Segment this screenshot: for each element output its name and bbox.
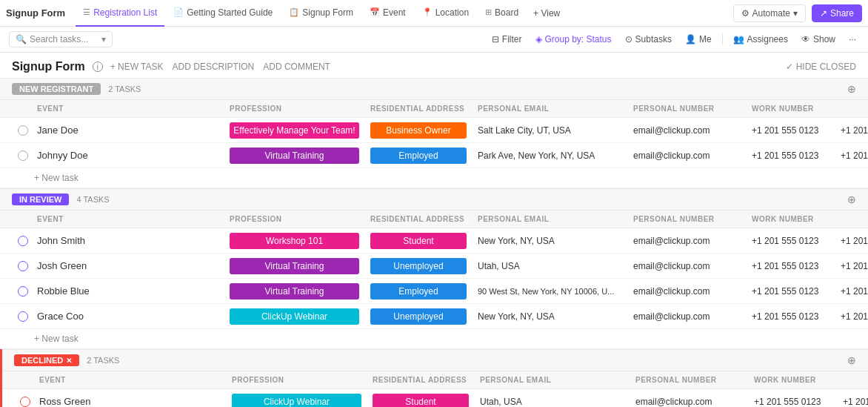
more-options-button[interactable]: ··· xyxy=(846,33,859,46)
search-box[interactable]: 🔍 Search tasks... ▾ xyxy=(9,31,113,47)
row-profession: Employed xyxy=(367,280,475,302)
app-title: Signup Form xyxy=(6,7,65,19)
group-new-registrant-badge: NEW REGISTRANT xyxy=(12,83,101,95)
col-email-header: PERSONAL EMAIL xyxy=(475,214,630,225)
add-description-button[interactable]: ADD DESCRIPTION xyxy=(173,62,255,72)
row-work-number: +1 201 555 012: xyxy=(838,308,868,325)
col-actions-header xyxy=(840,374,868,386)
row-checkbox[interactable] xyxy=(12,283,34,300)
tab-board[interactable]: ⊞ Board xyxy=(478,0,526,27)
add-comment-button[interactable]: ADD COMMENT xyxy=(263,62,330,72)
event-badge: Virtual Training xyxy=(230,258,359,274)
row-profession: Student xyxy=(370,391,477,408)
col-email-header: PERSONAL EMAIL xyxy=(475,103,630,114)
row-work-number: +1 201 555 012: xyxy=(840,394,868,408)
row-checkbox[interactable] xyxy=(12,258,34,274)
row-checkbox[interactable] xyxy=(14,394,36,408)
add-view-button[interactable]: + View xyxy=(527,8,566,19)
assignees-label: Assignees xyxy=(747,34,788,44)
row-address: Salt Lake City, UT, USA xyxy=(475,122,630,139)
table-row: Ross Green ClickUp Webinar Student Utah,… xyxy=(2,389,868,407)
group-by-button[interactable]: ◈ Group by: Status xyxy=(533,33,615,46)
row-address: New York, NY, USA xyxy=(475,308,630,325)
event-badge: Virtual Training xyxy=(230,148,359,164)
row-event: Workshop 101 xyxy=(227,230,367,252)
tab-signup-form[interactable]: 📋 Signup Form xyxy=(281,0,361,27)
tab-signup-form-label: Signup Form xyxy=(302,7,353,18)
row-name: Josh Green xyxy=(34,257,227,274)
search-chevron-icon: ▾ xyxy=(101,34,106,44)
table-container: NEW REGISTRANT 2 TASKS ⊕ EVENT PROFESSIO… xyxy=(0,78,868,407)
col-work-number-header: WORK NUMBER xyxy=(749,103,838,114)
checkbox-circle xyxy=(18,150,28,161)
row-address: New York, NY, USA xyxy=(475,233,630,249)
row-personal-number: +1 201 555 0123 xyxy=(751,394,840,408)
new-task-row[interactable]: + New task xyxy=(0,329,868,349)
nav-right: ⚙ Automate ▾ ↗ Share xyxy=(733,4,862,22)
col-profession-header: PROFESSION xyxy=(227,103,367,114)
doc-icon: 📄 xyxy=(173,7,184,17)
filter-button[interactable]: ⊟ Filter xyxy=(489,33,525,46)
row-name: Ross Green xyxy=(36,393,229,407)
tab-getting-started[interactable]: 📄 Getting Started Guide xyxy=(166,0,280,27)
info-icon: i xyxy=(93,62,103,72)
group-in-review-count: 4 TASKS xyxy=(76,195,109,204)
plus-view-label: + View xyxy=(533,8,560,19)
group-by-label: Group by: Status xyxy=(545,34,612,44)
col-personal-number-header: PERSONAL NUMBER xyxy=(630,214,749,225)
assignees-button[interactable]: 👥 Assignees xyxy=(730,33,791,46)
tab-event[interactable]: 📅 Event xyxy=(362,0,413,27)
me-button[interactable]: 👤 Me xyxy=(682,33,715,46)
col-event-header: EVENT xyxy=(34,103,227,114)
tab-registration-list-label: Registration List xyxy=(93,7,157,18)
table-row: Johnyy Doe Virtual Training Employed Par… xyxy=(0,143,868,168)
row-profession: Student xyxy=(367,230,475,252)
row-checkbox[interactable] xyxy=(12,233,34,249)
show-button[interactable]: 👁 Show xyxy=(798,33,838,46)
page-title: Signup Form xyxy=(12,60,85,73)
col-checkbox-header xyxy=(14,374,36,386)
me-icon: 👤 xyxy=(685,34,696,44)
group-add-icon[interactable]: ⊕ xyxy=(847,193,856,205)
row-personal-number: +1 201 555 0123 xyxy=(749,233,838,249)
row-personal-number: +1 201 555 0123 xyxy=(749,258,838,274)
subtasks-button[interactable]: ⊙ Subtasks xyxy=(622,33,675,46)
profession-badge: Business Owner xyxy=(370,122,467,139)
row-checkbox[interactable] xyxy=(12,148,34,164)
tab-location[interactable]: 📍 Location xyxy=(415,0,476,27)
table-row: Josh Green Virtual Training Unemployed U… xyxy=(0,254,868,279)
row-email: email@clickup.com xyxy=(630,308,749,325)
new-task-button[interactable]: + NEW TASK xyxy=(110,62,164,72)
hide-closed-button[interactable]: ✓ HIDE CLOSED xyxy=(786,62,856,72)
share-button[interactable]: ↗ Share xyxy=(812,4,862,22)
col-headers-in-review: EVENT PROFESSION RESIDENTIAL ADDRESS PER… xyxy=(0,211,868,228)
event-badge: Effectively Manage Your Team! xyxy=(230,122,359,139)
row-address: Utah, USA xyxy=(475,258,630,274)
row-checkbox[interactable] xyxy=(12,308,34,325)
show-label: Show xyxy=(813,34,835,44)
col-headers-declined: EVENT PROFESSION RESIDENTIAL ADDRESS PER… xyxy=(2,371,868,389)
tab-registration-list[interactable]: ☰ Registration List xyxy=(76,0,164,27)
col-address-header: RESIDENTIAL ADDRESS xyxy=(370,374,477,386)
col-headers-new-registrant: EVENT PROFESSION RESIDENTIAL ADDRESS PER… xyxy=(0,100,868,118)
subtasks-icon: ⊙ xyxy=(625,34,632,44)
col-address-header: RESIDENTIAL ADDRESS xyxy=(367,214,475,225)
row-profession: Business Owner xyxy=(367,119,475,142)
col-checkbox-header xyxy=(12,214,34,225)
automate-button[interactable]: ⚙ Automate ▾ xyxy=(733,4,806,22)
table-row: Robbie Blue Virtual Training Employed 90… xyxy=(0,279,868,304)
event-badge: ClickUp Webinar xyxy=(230,308,359,325)
col-work-number-header: WORK NUMBER xyxy=(751,374,840,386)
subtasks-label: Subtasks xyxy=(635,34,672,44)
row-work-number: +1 201 555 012: xyxy=(838,233,868,249)
row-checkbox[interactable] xyxy=(12,122,34,139)
group-add-icon[interactable]: ⊕ xyxy=(847,83,856,95)
row-profession: Unemployed xyxy=(367,255,475,277)
new-task-row[interactable]: + New task xyxy=(0,168,868,188)
row-profession: Unemployed xyxy=(367,305,475,328)
group-add-icon[interactable]: ⊕ xyxy=(847,354,856,366)
col-work-number-header: WORK NUMBER xyxy=(749,214,838,225)
row-personal-number: +1 201 555 0123 xyxy=(749,308,838,325)
checkbox-circle xyxy=(18,286,28,297)
location-icon: 📍 xyxy=(422,7,433,17)
